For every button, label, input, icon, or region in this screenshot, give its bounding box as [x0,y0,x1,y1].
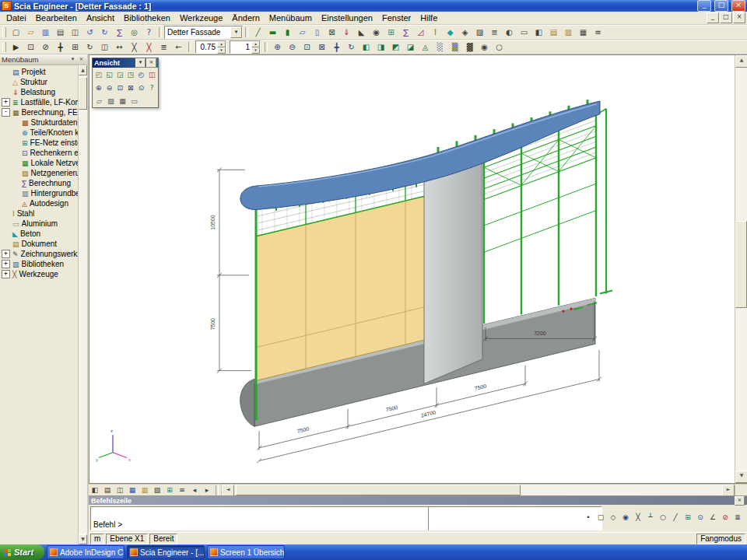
print-preview-button[interactable]: ◫ [68,26,82,39]
table-view-button[interactable]: ▦ [126,485,139,496]
menu-einstellungen[interactable]: Einstellungen [317,12,377,23]
snap-off-button[interactable]: ⊘ [719,512,731,523]
wall-button[interactable]: ▯ [310,26,324,39]
next-tab-button[interactable]: ▸ [201,485,213,496]
collapse-icon[interactable]: - [2,108,10,117]
taskbar-button-adobe-indesign-c[interactable]: Adobe InDesign C... [47,545,124,559]
tree-item-berechnung[interactable]: ∑Berechnung [0,178,78,188]
page-view-button[interactable]: ▤ [101,485,114,496]
snap-circle-button[interactable]: ⊙ [694,512,707,523]
taskbar-button-scia-engineer[interactable]: Scia Engineer - [... [127,545,205,559]
expand-icon[interactable]: + [2,270,10,278]
mdi-minimize-button[interactable]: _ [707,12,719,23]
mirror-button[interactable]: ◫ [97,40,112,54]
table-button[interactable]: ▦ [576,26,591,39]
menu-bearbeiten[interactable]: Bearbeiten [31,12,82,23]
snap-intersection-button[interactable]: ╳ [632,512,644,523]
select-rect-button[interactable]: ⊡ [23,40,38,54]
properties-button[interactable]: ≣ [156,40,171,54]
plate-button[interactable]: ▱ [295,26,310,39]
tree-item-werkzeuge[interactable]: +╳Werkzeuge [0,269,78,279]
tree-item-zeichnungswerkzeuge[interactable]: +✎Zeichnungswerkzeuge [0,249,78,259]
view-x-button[interactable]: ◧ [359,40,374,54]
tree-item-autodesign[interactable]: ◬Autodesign [0,198,78,208]
menu-fenster[interactable]: Fenster [377,12,416,23]
view-settings-button[interactable]: ◧ [531,26,546,39]
menu-menübaum[interactable]: Menübaum [265,12,317,23]
undo-button[interactable]: ↺ [82,26,97,39]
scrollbar-thumb[interactable] [79,77,87,110]
tree-item-beton[interactable]: ◣Beton [0,229,78,239]
zoom-window-button[interactable]: ⊡ [114,82,125,93]
zoom-out-button[interactable]: ⊖ [285,40,300,54]
taskbar-button-screen-1-übersicht[interactable]: Screen 1 Übersicht... [207,545,285,559]
snap-settings-button[interactable]: ≣ [731,512,744,523]
view-clip-button[interactable]: ◫ [146,68,157,80]
scroll-down-icon[interactable]: ▼ [735,471,747,483]
menu-ändern[interactable]: Ändern [227,12,264,23]
save-button[interactable]: ▥ [38,26,53,39]
palette-close-icon[interactable]: × [146,58,156,68]
maximize-button[interactable]: □ [714,0,728,12]
tree-item-projekt[interactable]: ▤Projekt [0,67,78,77]
command-close-icon[interactable]: × [735,496,745,506]
view-x-button[interactable]: ◱ [104,68,115,80]
render-button[interactable]: ◉ [477,40,492,54]
view-y-button[interactable]: ◨ [374,40,388,54]
shaded-mode-button[interactable]: ▨ [105,95,117,107]
support-button[interactable]: ◣ [354,26,369,39]
back-button[interactable]: ← [171,40,186,54]
view-y-button[interactable]: ◲ [114,68,125,80]
axonometry-button[interactable]: ◪ [403,40,418,54]
steel-button[interactable]: I [428,26,443,39]
tree-item-struktur[interactable]: △Struktur [0,77,78,87]
model-viewport[interactable]: 7500 7500 7500 24700 7200 10500 7500 [89,54,747,484]
intersect-button[interactable]: ╳ [127,40,142,54]
open-button[interactable]: ▱ [23,26,38,39]
hinge-button[interactable]: ◉ [369,26,384,39]
layer-indicator[interactable]: Ebene X1 [106,534,148,544]
tree-item-dokument[interactable]: ▤Dokument [0,239,78,249]
combo-dropdown-icon[interactable]: ▾ [230,26,242,38]
view-perspective-button[interactable]: ◴ [136,68,147,80]
wire-mode-button[interactable]: ▱ [93,95,105,107]
layout-view-button[interactable]: ◫ [114,485,126,496]
snap-endpoint-button[interactable]: ▢ [594,512,607,523]
view-save-button[interactable]: ▭ [128,95,140,107]
gallery-button[interactable]: ▤ [546,26,561,39]
zoom-factor-spinner[interactable]: 0.75 ▴▾ [195,40,226,54]
bill-of-material-button[interactable]: ≡ [591,26,605,39]
help-button[interactable]: ? [142,26,156,39]
tree-item-hintergrundberechnu[interactable]: ▥Hintergrundberechnu [0,188,78,198]
perspective-button[interactable]: ◬ [418,40,433,54]
scroll-down-icon[interactable]: ▼ [79,534,87,544]
tree-item-teile-knoten-koppeln[interactable]: ⊛Teile/Knoten koppeln [0,128,78,138]
snap-midpoint-button[interactable]: ◇ [607,512,619,523]
load-button[interactable]: ⇓ [339,26,354,39]
tree-item-strukturdaten-kontrolli[interactable]: ▩Strukturdaten kontrolli [0,117,78,128]
close-button[interactable]: × [731,0,745,12]
expand-icon[interactable]: + [2,98,10,107]
panel-toggle-button[interactable]: ◧ [89,485,101,496]
copy-multi-button[interactable]: ⊞ [68,40,82,54]
spin-down-icon[interactable]: ▾ [251,47,260,54]
scroll-up-icon[interactable]: ▲ [79,65,87,75]
layers-button[interactable]: ≣ [487,26,502,39]
document-view-button[interactable]: ▥ [139,485,151,496]
new-button[interactable]: ▢ [9,26,23,39]
tree-item-netzgenerierung[interactable]: ▨Netzgenerierung [0,168,78,178]
unselect-button[interactable]: ⊘ [38,40,53,54]
command-input[interactable]: Befehl > [90,506,431,530]
tree-item-lastfälle-lf-kombinatior[interactable]: +≣Lastfälle, LF-Kombinatior [0,97,78,107]
tree-item-lokale-netzverdichtur[interactable]: ▦Lokale Netzverdichtur [0,158,78,168]
menu-datei[interactable]: Datei [2,12,31,23]
tree-item-berechnung-fe-netz[interactable]: -▦Berechnung, FE-Netz [0,107,78,117]
tree-item-rechenkern-einsteller[interactable]: ⊡Rechenkern einsteller [0,148,78,158]
zoom-in-button[interactable]: ⊕ [270,40,285,54]
panel-dropdown-icon[interactable]: ▾ [68,56,77,64]
print-button[interactable]: ▤ [53,26,68,39]
zoom-out-button[interactable]: ⊖ [104,82,115,93]
pan-button[interactable]: ╋ [329,40,344,54]
move-button[interactable]: ╋ [53,40,68,54]
document-button[interactable]: ▥ [561,26,576,39]
